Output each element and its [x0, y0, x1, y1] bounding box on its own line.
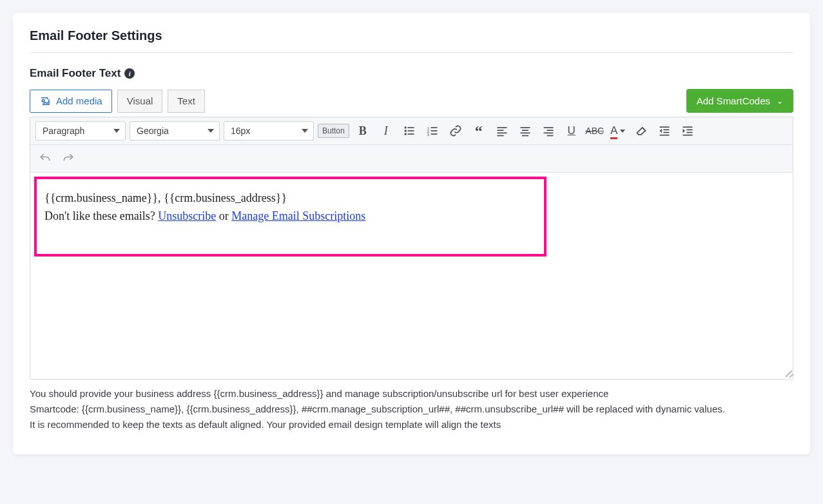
clear-format-icon[interactable] [632, 121, 651, 141]
help-line-1: You should provide your business address… [30, 386, 793, 402]
svg-rect-30 [686, 130, 692, 131]
media-icon [39, 95, 51, 107]
bullet-list-icon[interactable] [400, 121, 419, 141]
info-icon[interactable]: i [124, 68, 135, 79]
fontsize-select[interactable]: 16px [224, 121, 314, 141]
svg-text:3: 3 [427, 133, 429, 137]
visual-tab[interactable]: Visual [117, 90, 163, 113]
editor-text[interactable]: {{crm.business_name}}, {{crm.business_ad… [44, 189, 536, 226]
editor-line-2: Don't like these emails? Unsubscribe or … [44, 208, 536, 226]
font-select-label: Georgia [137, 126, 169, 136]
add-smartcodes-label: Add SmartCodes [697, 95, 770, 106]
svg-rect-18 [522, 130, 528, 131]
help-text: You should provide your business address… [30, 386, 793, 432]
text-color-icon[interactable]: A [608, 121, 628, 141]
align-center-icon[interactable] [516, 121, 535, 141]
blockquote-icon[interactable]: “ [469, 121, 489, 141]
divider [30, 52, 793, 53]
help-line-3: It is recommended to keep the texts as d… [30, 417, 793, 432]
chevron-down-icon: ⌄ [777, 97, 783, 106]
help-line-2: Smartcode: {{crm.business_name}}, {{crm.… [30, 402, 793, 417]
text-tab[interactable]: Text [168, 90, 205, 113]
editor-line-1: {{crm.business_name}}, {{crm.business_ad… [44, 189, 536, 208]
align-right-icon[interactable] [539, 121, 558, 141]
svg-point-3 [404, 130, 406, 131]
paragraph-select-label: Paragraph [43, 126, 84, 136]
paragraph-select[interactable]: Paragraph [35, 121, 126, 141]
link-icon[interactable] [446, 121, 465, 141]
add-media-button[interactable]: Add media [30, 90, 112, 113]
page-title: Email Footer Settings [30, 28, 793, 43]
svg-rect-23 [543, 133, 553, 134]
indent-icon[interactable] [678, 121, 697, 141]
numbered-list-icon[interactable]: 123 [423, 121, 442, 141]
add-smartcodes-button[interactable]: Add SmartCodes ⌄ [686, 89, 793, 113]
add-media-label: Add media [56, 95, 102, 106]
strikethrough-icon[interactable]: ABC [585, 121, 605, 141]
svg-point-1 [404, 126, 406, 128]
content-highlight-box: {{crm.business_name}}, {{crm.business_ad… [34, 177, 547, 257]
svg-rect-16 [497, 135, 503, 137]
editor-line2-pre: Don't like these emails? [44, 209, 158, 222]
svg-rect-12 [431, 133, 437, 135]
svg-rect-13 [497, 127, 507, 128]
svg-rect-27 [663, 132, 669, 133]
svg-rect-26 [663, 130, 669, 131]
svg-rect-4 [407, 130, 414, 131]
bold-icon[interactable]: B [353, 121, 373, 141]
svg-rect-14 [497, 130, 503, 131]
fontsize-select-label: 16px [231, 126, 250, 136]
align-left-icon[interactable] [492, 121, 512, 141]
font-select[interactable]: Georgia [130, 121, 220, 141]
svg-rect-19 [520, 133, 530, 134]
svg-rect-8 [431, 127, 437, 128]
manage-subscriptions-link[interactable]: Manage Email Subscriptions [231, 209, 365, 222]
resize-handle[interactable] [782, 369, 791, 378]
svg-rect-10 [431, 130, 437, 131]
svg-rect-24 [547, 135, 553, 137]
svg-rect-20 [522, 135, 528, 137]
svg-rect-21 [543, 127, 553, 128]
button-tool[interactable]: Button [318, 124, 349, 138]
outdent-icon[interactable] [655, 121, 674, 141]
unsubscribe-link[interactable]: Unsubscribe [158, 209, 216, 222]
svg-point-0 [42, 99, 44, 102]
editor-content-area[interactable]: {{crm.business_name}}, {{crm.business_ad… [30, 173, 793, 379]
redo-icon[interactable] [59, 149, 78, 168]
editor-toolbar: Paragraph Georgia 16px Button B I 123 “ [30, 117, 793, 145]
undo-icon[interactable] [35, 149, 55, 168]
section-label: Email Footer Text i [30, 67, 793, 80]
underline-icon[interactable]: U [562, 121, 581, 141]
svg-rect-28 [659, 135, 669, 136]
svg-rect-32 [683, 135, 692, 136]
svg-rect-29 [683, 126, 692, 128]
editor-wrap: Paragraph Georgia 16px Button B I 123 “ [30, 117, 793, 380]
italic-icon[interactable]: I [376, 121, 396, 141]
svg-rect-31 [686, 132, 692, 133]
section-label-text: Email Footer Text [30, 67, 121, 80]
svg-rect-25 [659, 126, 669, 128]
editor-or: or [216, 209, 231, 222]
svg-rect-22 [547, 130, 553, 131]
svg-rect-6 [407, 133, 414, 135]
svg-point-5 [404, 133, 406, 135]
svg-rect-15 [497, 133, 507, 134]
svg-rect-17 [520, 127, 530, 128]
svg-rect-2 [407, 127, 414, 128]
